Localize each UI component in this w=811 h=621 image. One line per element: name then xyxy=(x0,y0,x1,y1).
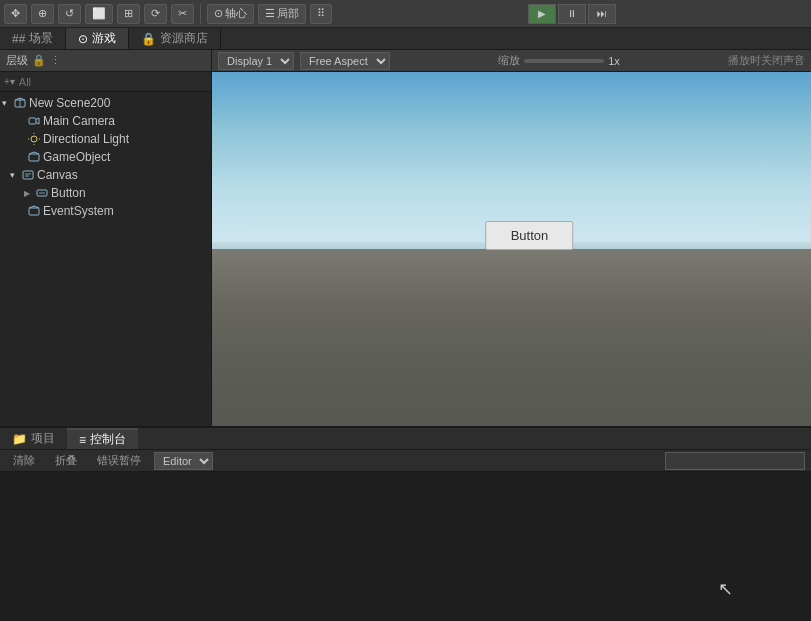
asset-tab-label: 资源商店 xyxy=(160,30,208,47)
console-tab-icon: ≡ xyxy=(79,433,86,447)
rotate-tool-button[interactable]: ↺ xyxy=(58,4,81,24)
camera-label: Main Camera xyxy=(43,114,115,128)
tab-scene[interactable]: ## 场景 xyxy=(0,28,66,49)
hierarchy-title: 层级 xyxy=(6,53,28,68)
game-tab-label: 游戏 xyxy=(92,30,116,47)
ground-background xyxy=(212,249,811,426)
console-toolbar: 清除 折叠 错误暂停 Editor xyxy=(0,450,811,472)
error-pause-button[interactable]: 错误暂停 xyxy=(90,451,148,470)
scale-value: 1x xyxy=(608,55,620,67)
game-tab-icon: ⊙ xyxy=(78,32,88,46)
arrow-scene: ▾ xyxy=(2,98,14,108)
eventsystem-icon xyxy=(28,205,40,217)
hierarchy-header: 层级 🔒 ⋮ xyxy=(0,50,211,72)
game-canvas: Button xyxy=(212,72,811,426)
bottom-panel: 📁 项目 ≡ 控制台 清除 折叠 错误暂停 Editor xyxy=(0,426,811,621)
hierarchy-search-input[interactable] xyxy=(19,76,207,88)
scene-label: New Scene200 xyxy=(29,96,110,110)
scene-tab-label: 场景 xyxy=(29,30,53,47)
asset-tab-icon: 🔒 xyxy=(141,32,156,46)
tab-asset-store[interactable]: 🔒 资源商店 xyxy=(129,28,221,49)
combo-tool-button[interactable]: ⟳ xyxy=(144,4,167,24)
local-button[interactable]: ☰ 局部 xyxy=(258,4,306,24)
tab-game[interactable]: ⊙ 游戏 xyxy=(66,28,129,49)
grid-button[interactable]: ⠿ xyxy=(310,4,332,24)
tree-item-gameobj[interactable]: GameObject xyxy=(0,148,211,166)
svg-rect-14 xyxy=(29,208,39,215)
scale-tool-button[interactable]: ⬜ xyxy=(85,4,113,24)
svg-rect-8 xyxy=(29,154,39,161)
lock-icon[interactable]: 🔒 xyxy=(32,54,46,67)
project-tab-icon: 📁 xyxy=(12,432,27,446)
camera-icon xyxy=(28,115,40,127)
button-icon xyxy=(36,187,48,199)
console-search-input[interactable] xyxy=(665,452,805,470)
pause-button[interactable]: ⏸ xyxy=(558,4,586,24)
button-label: Button xyxy=(51,186,86,200)
gameobj-icon xyxy=(28,151,40,163)
eventsystem-label: EventSystem xyxy=(43,204,114,218)
clear-button[interactable]: 清除 xyxy=(6,451,42,470)
game-toolbar: Display 1 Free Aspect 缩放 1x 播放时关闭声音 xyxy=(212,50,811,72)
console-content xyxy=(0,472,811,621)
pivot-label: 轴心 xyxy=(225,6,247,21)
gameobj-label: GameObject xyxy=(43,150,110,164)
hierarchy-panel: 层级 🔒 ⋮ +▾ ▾ New Scene200 xyxy=(0,50,212,426)
aspect-select[interactable]: Free Aspect xyxy=(300,52,390,70)
pivot-button[interactable]: ⊙ 轴心 xyxy=(207,4,254,24)
search-icon: +▾ xyxy=(4,76,15,87)
more-icon[interactable]: ⋮ xyxy=(50,54,61,67)
tree-item-scene[interactable]: ▾ New Scene200 xyxy=(0,94,211,112)
scale-container: 缩放 1x xyxy=(498,53,620,68)
display-select[interactable]: Display 1 xyxy=(218,52,294,70)
scale-label: 缩放 xyxy=(498,53,520,68)
svg-rect-9 xyxy=(23,171,33,179)
tree-item-eventsystem[interactable]: EventSystem xyxy=(0,202,211,220)
hierarchy-tree: ▾ New Scene200 Main Camera xyxy=(0,92,211,426)
play-label: 播放时关闭声音 xyxy=(728,53,805,68)
canvas-icon xyxy=(22,169,34,181)
play-controls: ▶ ⏸ ⏭ xyxy=(528,4,616,24)
hierarchy-search-bar: +▾ xyxy=(0,72,211,92)
move-tool-button[interactable]: ✥ xyxy=(4,4,27,24)
main-toolbar: ✥ ⊕ ↺ ⬜ ⊞ ⟳ ✂ ⊙ 轴心 ☰ 局部 ⠿ ▶ ⏸ ⏭ xyxy=(0,0,811,28)
scene-tab-icon: ## xyxy=(12,32,25,46)
tab-project[interactable]: 📁 项目 xyxy=(0,428,67,449)
svg-rect-2 xyxy=(29,118,36,124)
arrow-button: ▶ xyxy=(24,189,36,198)
collapse-button[interactable]: 折叠 xyxy=(48,451,84,470)
arrow-canvas: ▾ xyxy=(10,170,22,180)
play-button[interactable]: ▶ xyxy=(528,4,556,24)
canvas-label: Canvas xyxy=(37,168,78,182)
transform-tool-button[interactable]: ⊕ xyxy=(31,4,54,24)
project-tab-label: 项目 xyxy=(31,430,55,447)
hierarchy-header-icons: 🔒 ⋮ xyxy=(32,54,61,67)
tree-item-light[interactable]: Directional Light xyxy=(0,130,211,148)
scale-slider[interactable] xyxy=(524,59,604,63)
scene-tabs: ## 场景 ⊙ 游戏 🔒 资源商店 xyxy=(0,28,811,50)
custom-tool-button[interactable]: ✂ xyxy=(171,4,194,24)
main-layout: 层级 🔒 ⋮ +▾ ▾ New Scene200 xyxy=(0,50,811,426)
bottom-tabs: 📁 项目 ≡ 控制台 xyxy=(0,428,811,450)
local-icon: ☰ xyxy=(265,7,275,20)
light-icon xyxy=(28,133,40,145)
pivot-icon: ⊙ xyxy=(214,7,223,20)
console-tab-label: 控制台 xyxy=(90,431,126,448)
tab-console[interactable]: ≡ 控制台 xyxy=(67,428,138,449)
rect-tool-button[interactable]: ⊞ xyxy=(117,4,140,24)
tree-item-canvas[interactable]: ▾ Canvas xyxy=(0,166,211,184)
light-label: Directional Light xyxy=(43,132,129,146)
local-label: 局部 xyxy=(277,6,299,21)
tree-item-camera[interactable]: Main Camera xyxy=(0,112,211,130)
tree-item-button[interactable]: ▶ Button xyxy=(0,184,211,202)
separator-1 xyxy=(200,4,201,24)
game-ui-button[interactable]: Button xyxy=(486,221,574,250)
step-button[interactable]: ⏭ xyxy=(588,4,616,24)
editor-dropdown[interactable]: Editor xyxy=(154,452,213,470)
game-view: Display 1 Free Aspect 缩放 1x 播放时关闭声音 Butt… xyxy=(212,50,811,426)
svg-point-3 xyxy=(31,136,37,142)
scene-icon xyxy=(14,97,26,109)
